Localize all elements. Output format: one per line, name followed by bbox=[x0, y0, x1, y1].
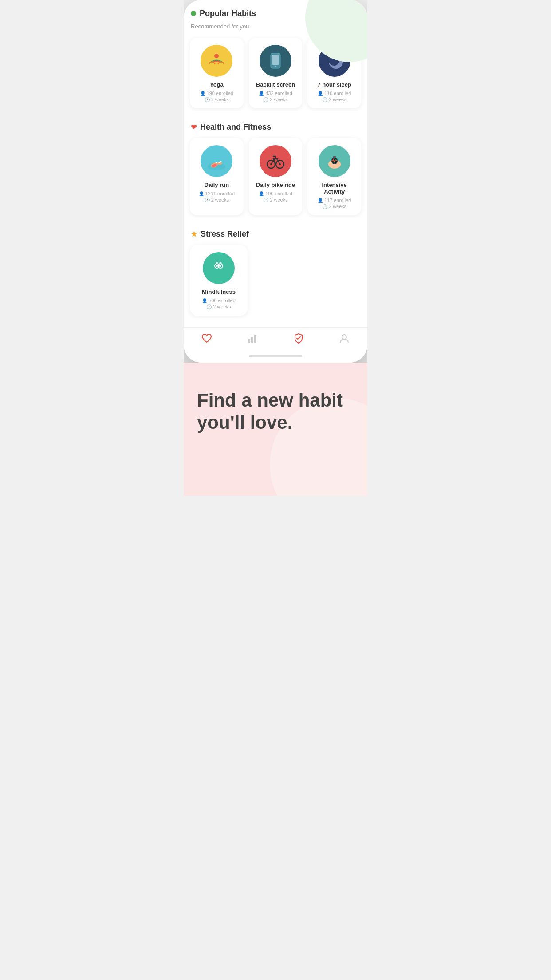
health-fitness-header: ❤ Health and Fitness bbox=[184, 115, 367, 135]
bike-icon bbox=[264, 150, 287, 172]
habit-card-stress[interactable]: Mindfulness 👤 500 enrolled 🕐 2 weeks bbox=[190, 245, 248, 316]
empty-card-area bbox=[250, 242, 364, 318]
chart-nav-icon bbox=[247, 333, 258, 344]
activity-icon-circle bbox=[319, 145, 350, 177]
person-icon-screen: 👤 bbox=[259, 91, 264, 96]
bike-icon-circle bbox=[260, 145, 291, 177]
bike-enrolled: 👤 190 enrolled bbox=[259, 191, 292, 196]
stress-duration: 🕐 2 weeks bbox=[206, 304, 231, 309]
popular-habits-title: Popular Habits bbox=[191, 9, 256, 18]
habit-card-activity[interactable]: Intensive Activity 👤 117 enrolled 🕐 2 we… bbox=[307, 138, 361, 215]
svg-rect-21 bbox=[333, 156, 336, 158]
person-icon-sleep: 👤 bbox=[318, 91, 323, 96]
yoga-icon-circle bbox=[201, 45, 232, 77]
clock-icon-run: 🕐 bbox=[205, 198, 210, 202]
home-indicator bbox=[184, 352, 367, 363]
heart-icon: ❤ bbox=[191, 123, 197, 131]
promo-section: Find a new habit you'll love. bbox=[184, 363, 367, 496]
home-bar bbox=[249, 355, 302, 357]
clock-icon-activity: 🕐 bbox=[322, 204, 327, 209]
person-icon-yoga: 👤 bbox=[200, 91, 205, 96]
yoga-meta: 👤 190 enrolled 🕐 2 weeks bbox=[200, 91, 234, 102]
person-icon-activity: 👤 bbox=[318, 198, 323, 203]
svg-point-26 bbox=[220, 265, 221, 267]
screen-name: Backlit screen bbox=[256, 81, 295, 88]
activity-icon bbox=[323, 150, 346, 172]
person-icon-stress: 👤 bbox=[202, 298, 207, 303]
sleep-name: 7 hour sleep bbox=[317, 81, 351, 88]
shield-nav-icon bbox=[293, 333, 304, 344]
nav-shield[interactable] bbox=[276, 333, 322, 344]
svg-rect-29 bbox=[251, 337, 253, 343]
svg-point-3 bbox=[275, 66, 276, 67]
promo-line2: you'll love. bbox=[197, 412, 292, 433]
svg-rect-27 bbox=[217, 271, 220, 274]
nav-habits[interactable] bbox=[184, 333, 230, 344]
svg-point-31 bbox=[342, 335, 346, 339]
yoga-duration: 🕐 2 weeks bbox=[205, 97, 229, 102]
habit-card-yoga[interactable]: Yoga 👤 190 enrolled 🕐 2 weeks bbox=[190, 38, 244, 108]
popular-habits-label: Popular Habits bbox=[200, 9, 256, 18]
person-nav-icon bbox=[338, 333, 350, 344]
stress-relief-title: ★ Stress Relief bbox=[191, 229, 249, 239]
stress-enrolled: 👤 500 enrolled bbox=[202, 298, 236, 303]
clock-icon-bike: 🕐 bbox=[263, 198, 268, 202]
activity-enrolled: 👤 117 enrolled bbox=[318, 198, 351, 203]
run-duration: 🕐 2 weeks bbox=[205, 197, 229, 202]
screen-enrolled: 👤 432 enrolled bbox=[259, 91, 292, 96]
bike-duration: 🕐 2 weeks bbox=[263, 197, 287, 202]
svg-point-25 bbox=[216, 265, 218, 267]
bottom-navigation bbox=[184, 327, 367, 352]
star-icon: ★ bbox=[191, 230, 197, 238]
stress-relief-grid: Mindfulness 👤 500 enrolled 🕐 2 weeks bbox=[184, 242, 367, 318]
screen-duration: 🕐 2 weeks bbox=[263, 97, 287, 102]
stress-relief-header: ★ Stress Relief bbox=[184, 222, 367, 242]
svg-rect-2 bbox=[272, 55, 279, 65]
promo-text: Find a new habit you'll love. bbox=[197, 389, 354, 434]
nav-profile[interactable] bbox=[322, 333, 368, 344]
screen-meta: 👤 432 enrolled 🕐 2 weeks bbox=[259, 91, 292, 102]
bike-name: Daily bike ride bbox=[256, 182, 295, 188]
habit-card-screen[interactable]: Backlit screen 👤 432 enrolled 🕐 2 weeks bbox=[249, 38, 303, 108]
sleep-enrolled: 👤 110 enrolled bbox=[318, 91, 351, 96]
health-fitness-label: Health and Fitness bbox=[200, 122, 271, 132]
yoga-icon bbox=[205, 50, 228, 72]
activity-name: Intensive Activity bbox=[313, 182, 356, 195]
stress-name: Mindfulness bbox=[202, 288, 236, 295]
stress-relief-label: Stress Relief bbox=[201, 229, 249, 239]
sleep-duration: 🕐 2 weeks bbox=[322, 97, 346, 102]
stress-icon-circle bbox=[203, 252, 235, 284]
phone-frame: Popular Habits ? Recommended for you bbox=[184, 0, 367, 363]
content-area: Popular Habits ? Recommended for you bbox=[184, 0, 367, 363]
clock-icon-stress: 🕐 bbox=[206, 304, 212, 309]
screen: Popular Habits ? Recommended for you bbox=[184, 0, 367, 363]
run-enrolled: 👤 1211 enrolled bbox=[199, 191, 235, 196]
promo-line1: Find a new habit bbox=[197, 390, 343, 411]
health-fitness-section: ❤ Health and Fitness bbox=[184, 115, 367, 218]
person-icon-bike: 👤 bbox=[259, 191, 264, 196]
health-fitness-grid: Daily run 👤 1211 enrolled 🕐 2 weeks bbox=[184, 135, 367, 218]
sleep-meta: 👤 110 enrolled 🕐 2 weeks bbox=[318, 91, 351, 102]
yoga-enrolled: 👤 190 enrolled bbox=[200, 91, 234, 96]
backlit-icon bbox=[264, 50, 287, 72]
run-name: Daily run bbox=[205, 182, 229, 188]
nav-stats[interactable] bbox=[230, 333, 276, 344]
health-fitness-title: ❤ Health and Fitness bbox=[191, 122, 271, 132]
habit-card-bike[interactable]: Daily bike ride 👤 190 enrolled 🕐 2 weeks bbox=[249, 138, 303, 215]
mindfulness-icon bbox=[208, 257, 230, 279]
svg-rect-28 bbox=[248, 339, 250, 343]
activity-meta: 👤 117 enrolled 🕐 2 weeks bbox=[318, 198, 351, 209]
bike-meta: 👤 190 enrolled 🕐 2 weeks bbox=[259, 191, 292, 202]
screen-icon-circle bbox=[260, 45, 291, 77]
stress-relief-section: ★ Stress Relief bbox=[184, 222, 367, 318]
svg-rect-30 bbox=[254, 335, 256, 343]
heart-nav-icon bbox=[201, 333, 213, 344]
run-icon bbox=[205, 150, 228, 172]
yoga-name: Yoga bbox=[210, 81, 224, 88]
activity-duration: 🕐 2 weeks bbox=[322, 204, 346, 209]
svg-point-0 bbox=[214, 54, 219, 58]
stress-meta: 👤 500 enrolled 🕐 2 weeks bbox=[202, 298, 236, 309]
clock-icon-sleep: 🕐 bbox=[322, 97, 327, 102]
habit-card-run[interactable]: Daily run 👤 1211 enrolled 🕐 2 weeks bbox=[190, 138, 244, 215]
clock-icon-yoga: 🕐 bbox=[205, 97, 210, 102]
